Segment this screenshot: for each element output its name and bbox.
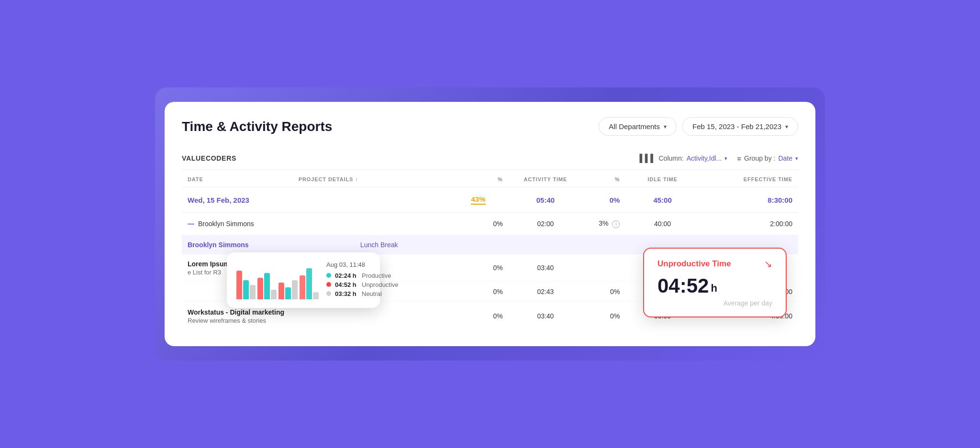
groupby-control: ≡ Group by : Date ▾ <box>737 154 798 163</box>
filter-icon: ≡ <box>737 154 741 163</box>
page-title: Time & Activity Reports <box>182 119 332 134</box>
user-idle-pct: 3% i <box>582 213 625 235</box>
departments-dropdown[interactable]: All Departments ▾ <box>599 117 677 136</box>
highlight-project: Lunch Break <box>293 235 466 254</box>
arrow-down-icon: ↘ <box>764 258 772 270</box>
tooltip-time-2: 03:32 h <box>335 290 358 297</box>
unprod-title: Unproductive Time <box>657 259 731 269</box>
user-activity-time: 02:00 <box>509 213 583 235</box>
column-control: ▌▌▌ Column: Activity,Idl... ▾ <box>639 154 727 163</box>
chevron-down-icon: ▾ <box>785 123 788 130</box>
bottom-activity-pct: 0% <box>465 301 508 331</box>
chevron-down-icon: ▾ <box>724 155 727 162</box>
date-activity-pct: 43% <box>465 187 508 213</box>
bottom-activity-time: 03:40 <box>509 301 583 331</box>
th-idle-label: IDLE TIME <box>631 176 694 182</box>
tooltip-row-2: 03:32 h Neutral <box>326 290 399 297</box>
date-group-row: Wed, 15 Feb, 2023 43% 05:40 0% 45:00 8:3… <box>182 187 798 213</box>
company-name: VALUECODERS <box>182 154 236 162</box>
tooltip-time-0: 02:24 h <box>335 272 358 279</box>
user-activity-pct: 0% <box>465 213 508 235</box>
mini-chart <box>236 261 319 299</box>
bar-gray-1 <box>250 285 256 299</box>
date-idle-pct: 0% <box>582 187 625 213</box>
toolbar: VALUECODERS ▌▌▌ Column: Activity,Idl... … <box>182 147 798 170</box>
bar-gray-2 <box>271 290 277 299</box>
unprod-time-display: 04:52 h <box>657 274 772 297</box>
chevron-down-icon: ▾ <box>795 155 798 162</box>
unprod-header: Unproductive Time ↘ <box>657 258 772 270</box>
toolbar-right: ▌▌▌ Column: Activity,Idl... ▾ ≡ Group by… <box>639 154 798 163</box>
th-activity-time: ACTIVITY TIME <box>509 170 583 187</box>
chart-popup: Aug 03, 11:48 02:24 h Productive 04:52 h… <box>227 252 380 308</box>
outer-background: Time & Activity Reports All Departments … <box>155 87 825 361</box>
bar-red-3 <box>278 283 284 299</box>
info-icon[interactable]: i <box>612 220 620 228</box>
date-group-cell: Wed, 15 Feb, 2023 <box>182 187 465 213</box>
page-header: Time & Activity Reports All Departments … <box>182 117 798 136</box>
tooltip-label-2: Neutral <box>362 290 382 297</box>
dot-green-icon <box>326 273 331 278</box>
tooltip-row-1: 04:52 h Unproductive <box>326 281 399 288</box>
dot-gray-icon <box>326 291 331 296</box>
date-idle-time: 45:00 <box>625 187 700 213</box>
groupby-label: Group by : <box>744 154 775 162</box>
th-activity-label: ACTIVITY TIME <box>514 176 577 182</box>
th-date: DATE <box>182 170 293 187</box>
column-value[interactable]: Activity,Idl... <box>687 154 722 162</box>
bar-teal-1 <box>243 280 249 299</box>
bar-red-4 <box>300 275 305 299</box>
sub2-activity-pct: 0% <box>465 282 508 301</box>
th-activity-pct: % <box>465 170 508 187</box>
groupby-value[interactable]: Date <box>778 154 792 162</box>
bar-gray-4 <box>313 292 319 299</box>
highlight-user: Brooklyn Simmons <box>182 235 293 254</box>
unprod-avg-label: Average per day <box>657 299 772 307</box>
tooltip-label-0: Productive <box>362 272 391 279</box>
sub1-activity-pct: 0% <box>465 254 508 282</box>
user-effective-time: 2:00:00 <box>700 213 798 235</box>
column-icon: ▌▌▌ <box>639 154 656 163</box>
tooltip-time-1: 04:52 h <box>335 281 358 288</box>
date-range-dropdown[interactable]: Feb 15, 2023 - Feb 21,2023 ▾ <box>682 117 798 136</box>
tooltip-row-0: 02:24 h Productive <box>326 272 399 279</box>
bar-red-2 <box>257 278 263 299</box>
unprod-unit: h <box>711 282 717 297</box>
sub1-activity-time: 03:40 <box>509 254 583 282</box>
bar-red-1 <box>236 271 242 299</box>
dash-icon: — <box>188 220 194 228</box>
table-header-row: DATE PROJECT DETAILS ↑ % ACTIVITY TIME % <box>182 170 798 187</box>
th-idle-time: IDLE TIME <box>625 170 700 187</box>
th-project: PROJECT DETAILS ↑ <box>293 170 466 187</box>
unproductive-time-popup: Unproductive Time ↘ 04:52 h Average per … <box>643 248 787 317</box>
bar-teal-4 <box>306 268 312 299</box>
bar-teal-3 <box>285 287 291 299</box>
sub2-activity-time: 02:43 <box>509 282 583 301</box>
th-effective-time: EFFECTIVE TIME <box>700 170 798 187</box>
dot-red-icon <box>326 282 331 287</box>
tooltip-date: Aug 03, 11:48 <box>326 261 399 268</box>
chart-tooltip: Aug 03, 11:48 02:24 h Productive 04:52 h… <box>326 261 399 299</box>
bar-gray-3 <box>292 280 298 299</box>
header-controls: All Departments ▾ Feb 15, 2023 - Feb 21,… <box>599 117 798 136</box>
bar-teal-2 <box>264 273 270 299</box>
chevron-down-icon: ▾ <box>664 123 667 130</box>
date-activity-time: 05:40 <box>509 187 583 213</box>
sub2-idle-pct: 0% <box>582 282 625 301</box>
main-card: Time & Activity Reports All Departments … <box>165 102 815 346</box>
user-cell: — Brooklyn Simmons <box>182 213 465 235</box>
tooltip-label-1: Unproductive <box>362 281 399 288</box>
column-label: Column: <box>658 154 683 162</box>
th-idle-pct: % <box>582 170 625 187</box>
date-effective-time: 8:30:00 <box>700 187 798 213</box>
bottom-idle-pct: 0% <box>582 301 625 331</box>
user-idle-time: 40:00 <box>625 213 700 235</box>
user-row: — Brooklyn Simmons 0% 02:00 3% i 40:00 2… <box>182 213 798 235</box>
